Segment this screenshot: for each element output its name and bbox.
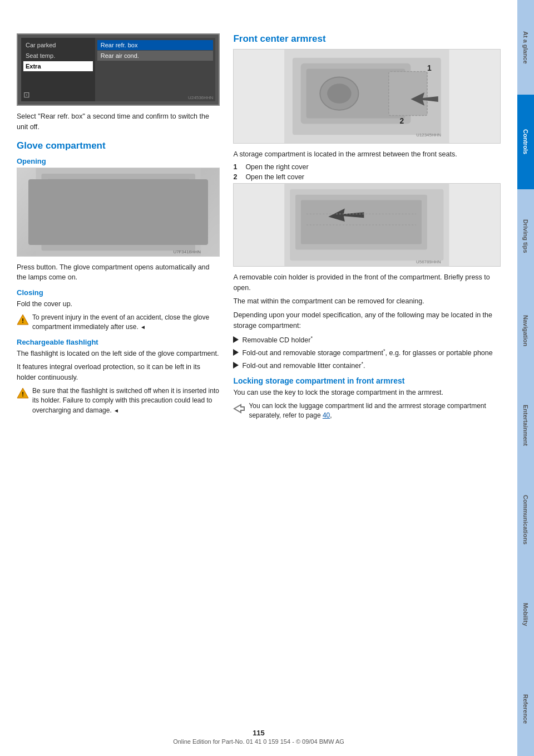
bullet-triangle-2 — [233, 349, 239, 356]
svg-rect-2 — [47, 179, 190, 234]
svg-text:U56789HHN: U56789HHN — [416, 259, 441, 264]
screen-menu-extra: Extra — [23, 61, 93, 71]
storage-item-litter: Fold-out and removable litter container*… — [233, 360, 501, 371]
armrest-step2: 2 Open the left cover — [233, 173, 501, 181]
svg-rect-17 — [389, 72, 427, 116]
closing-text: Fold the cover up. — [17, 299, 220, 310]
right-column: Front center armrest 1 2 — [233, 33, 501, 734]
locking-note-link[interactable]: 40 — [323, 411, 330, 419]
tab-navigation[interactable]: Navigation — [517, 283, 534, 378]
screen-left-panel: Car parked Seat temp. Extra — [21, 38, 95, 101]
locking-note-box: You can lock the luggage compartment lid… — [233, 401, 501, 421]
tab-communications[interactable]: Communications — [517, 473, 534, 567]
armrest-intro-text: A storage compartment is located in the … — [233, 149, 501, 160]
locking-section-title: Locking storage compartment in front arm… — [233, 376, 501, 385]
storage-item-compartment: Fold-out and removable storage compartme… — [233, 347, 501, 358]
tab-reference[interactable]: Reference — [517, 661, 534, 756]
tab-entertainment[interactable]: Entertainment — [517, 378, 534, 473]
svg-rect-25 — [301, 200, 422, 244]
tab-driving-tips[interactable]: Driving tips — [517, 189, 534, 284]
screen-watermark: U24536HHN — [188, 95, 213, 100]
flashlight-warning-box: ! Be sure that the flashlight is switche… — [17, 386, 220, 415]
main-content: Car parked Seat temp. Extra Rear refr. b… — [0, 0, 517, 756]
screen-inner: Car parked Seat temp. Extra Rear refr. b… — [21, 38, 215, 101]
svg-rect-3 — [52, 184, 184, 228]
warning-triangle-icon: ! — [17, 314, 29, 327]
bullet-triangle-1 — [233, 336, 239, 343]
opening-text: Press button. The glove compartment open… — [17, 262, 220, 283]
note-arrow-icon — [233, 402, 245, 416]
side-navigation: At a glance Controls Driving tips Naviga… — [517, 0, 534, 756]
locking-text1: You can use the key to lock the storage … — [233, 387, 501, 398]
page-footer: 115 Online Edition for Part-No. 01 41 0 … — [0, 729, 517, 745]
closing-warning-text: To prevent injury in the event of an acc… — [32, 313, 220, 332]
opening-subsection-title: Opening — [17, 157, 220, 165]
tab-controls[interactable]: Controls — [517, 95, 534, 189]
coin-holder-text: A removable coin holder is provided in t… — [233, 272, 501, 293]
storage-items-list: Removable CD holder* Fold-out and remova… — [233, 335, 501, 371]
flashlight-warning-text: Be sure that the flashlight is switched … — [32, 386, 220, 415]
page-number: 115 — [0, 729, 517, 737]
screen-rear-refr: Rear refr. box — [97, 40, 214, 50]
footer-text: Online Edition for Part-No. 01 41 0 159 … — [173, 738, 344, 745]
svg-marker-4 — [69, 195, 107, 218]
glove-opening-diagram: U7F3416HHN — [17, 168, 220, 257]
mat-text: The mat within the compartment can be re… — [233, 296, 501, 307]
screen-disc-icon: ⊡ — [23, 90, 30, 99]
glove-section-title: Glove compartment — [17, 140, 220, 151]
screen-menu-car-parked: Car parked — [23, 40, 93, 50]
svg-rect-0 — [36, 168, 201, 256]
armrest-diagram-1: 1 2 U12345HHN — [233, 49, 501, 144]
svg-text:1: 1 — [427, 63, 432, 72]
svg-text:U7F3416HHN: U7F3416HHN — [173, 249, 201, 254]
armrest-step1: 1 Open the right cover — [233, 163, 501, 171]
bullet-triangle-3 — [233, 362, 239, 369]
storage-intro-text: Depending upon your model specification,… — [233, 310, 501, 331]
svg-rect-1 — [41, 173, 195, 250]
front-armrest-section-title: Front center armrest — [233, 33, 501, 45]
svg-text:U12345HHN: U12345HHN — [417, 132, 442, 138]
tab-at-a-glance[interactable]: At a glance — [517, 0, 534, 95]
flashlight-warning-icon: ! — [17, 387, 29, 400]
svg-rect-5 — [113, 214, 157, 219]
svg-marker-30 — [234, 405, 244, 413]
svg-point-16 — [328, 84, 352, 104]
tab-mobility[interactable]: Mobility — [517, 567, 534, 662]
locking-note-text: You can lock the luggage compartment lid… — [249, 401, 501, 421]
storage-item-cd: Removable CD holder* — [233, 335, 501, 345]
flashlight-text2: It features integral overload protection… — [17, 362, 220, 383]
two-column-layout: Car parked Seat temp. Extra Rear refr. b… — [17, 33, 501, 734]
svg-text:2: 2 — [400, 116, 404, 125]
screen-caption: Select "Rear refr. box" a second time an… — [17, 111, 220, 132]
screen-mockup: Car parked Seat temp. Extra Rear refr. b… — [17, 33, 220, 106]
armrest-diagram-2: U56789HHN — [233, 183, 501, 267]
left-column: Car parked Seat temp. Extra Rear refr. b… — [17, 33, 220, 734]
svg-text:!: ! — [22, 317, 24, 324]
screen-menu-seat-temp: Seat temp. — [23, 51, 93, 61]
flashlight-text1: The flashlight is located on the left si… — [17, 348, 220, 359]
closing-subsection-title: Closing — [17, 288, 220, 297]
screen-rear-air: Rear air cond. — [97, 51, 214, 61]
closing-warning-box: ! To prevent injury in the event of an a… — [17, 313, 220, 332]
flashlight-subsection-title: Rechargeable flashlight — [17, 338, 220, 346]
screen-right-panel: Rear refr. box Rear air cond. — [95, 38, 216, 101]
svg-text:!: ! — [22, 391, 24, 397]
